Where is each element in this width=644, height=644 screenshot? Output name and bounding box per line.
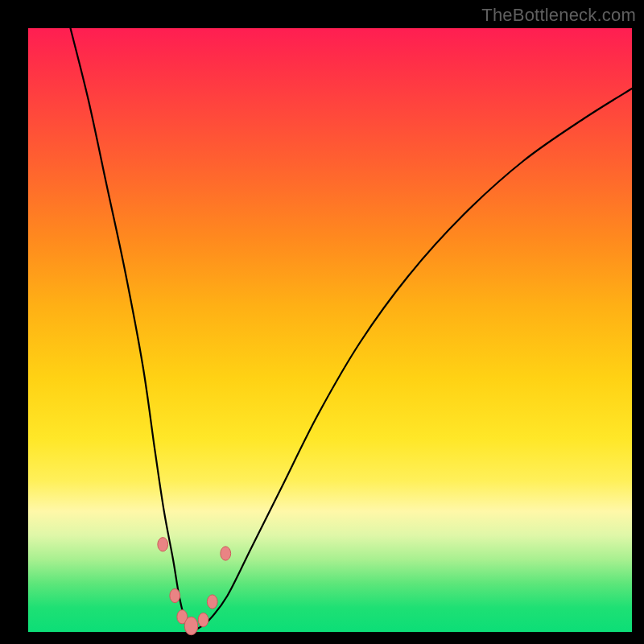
watermark-text: TheBottleneck.com [481, 5, 636, 26]
curve-markers [158, 538, 231, 635]
chart-frame: TheBottleneck.com [0, 0, 644, 644]
plot-area [28, 28, 632, 632]
curve-marker [170, 588, 180, 602]
curve-layer [28, 28, 632, 632]
bottleneck-curve [71, 28, 633, 630]
curve-marker [198, 613, 208, 626]
curve-marker [158, 538, 168, 551]
curve-marker [207, 595, 217, 609]
curve-marker [221, 547, 231, 560]
curve-marker [184, 617, 198, 634]
